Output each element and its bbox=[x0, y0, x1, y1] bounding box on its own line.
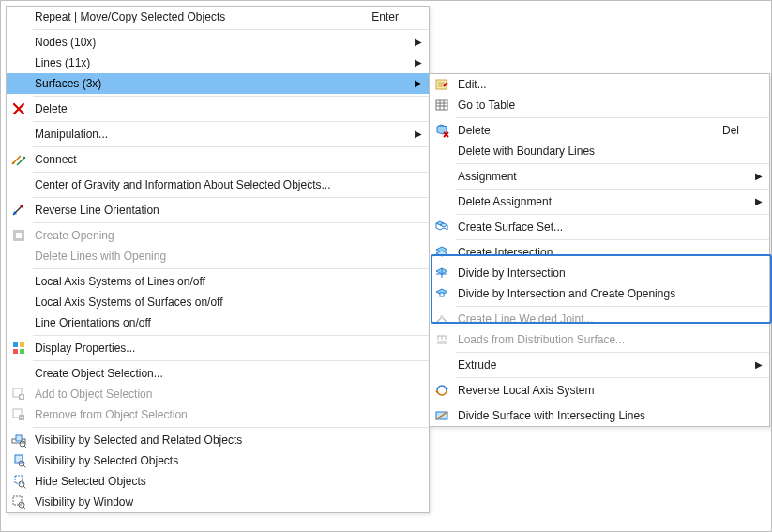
submenu-item-assignment[interactable]: Assignment ▶ bbox=[430, 166, 769, 187]
svg-rect-31 bbox=[436, 100, 447, 110]
separator bbox=[456, 117, 769, 118]
menu-label: Nodes (10x) bbox=[31, 36, 412, 49]
menu-item-repeat[interactable]: Repeat | Move/Copy Selected Objects Ente… bbox=[7, 7, 429, 27]
svg-point-3 bbox=[23, 157, 26, 160]
menu-item-cog-info[interactable]: Center of Gravity and Information About … bbox=[7, 175, 429, 195]
menu-item-display-properties[interactable]: Display Properties... ▶ bbox=[7, 338, 429, 358]
submenu-item-go-to-table[interactable]: Go to Table ▶ bbox=[430, 95, 769, 115]
submenu-arrow-icon: ▶ bbox=[752, 197, 765, 206]
delete-x-icon bbox=[7, 99, 31, 119]
submenu-item-divide-intersection[interactable]: Divide by Intersection ▶ bbox=[430, 263, 769, 283]
blank-icon bbox=[430, 191, 454, 212]
surface-set-icon bbox=[430, 217, 454, 237]
svg-rect-21 bbox=[15, 455, 23, 463]
submenu-item-divide-surface-lines[interactable]: Divide Surface with Intersecting Lines ▶ bbox=[430, 405, 769, 426]
divide-surface-lines-icon bbox=[430, 405, 454, 426]
submenu-item-create-surface-set[interactable]: Create Surface Set... ▶ bbox=[430, 217, 769, 237]
separator bbox=[33, 146, 429, 147]
separator bbox=[456, 239, 769, 240]
submenu-item-create-intersection[interactable]: Create Intersection ▶ bbox=[430, 242, 769, 263]
display-properties-icon bbox=[7, 338, 31, 358]
menu-label: Hide Selected Objects bbox=[31, 475, 412, 488]
menu-item-visibility-selected-related[interactable]: Visibility by Selected and Related Objec… bbox=[7, 430, 429, 450]
edit-icon bbox=[430, 74, 454, 95]
svg-rect-11 bbox=[13, 349, 18, 354]
menu-item-hide-selected[interactable]: Hide Selected Objects ▶ bbox=[7, 471, 429, 492]
menu-item-create-object-selection[interactable]: Create Object Selection... ▶ bbox=[7, 363, 429, 384]
menu-item-nodes[interactable]: Nodes (10x) ▶ bbox=[7, 32, 429, 53]
blank-icon bbox=[7, 53, 31, 73]
menu-label: Surfaces (3x) bbox=[31, 77, 412, 90]
blank-icon bbox=[7, 312, 31, 333]
visibility-window-icon bbox=[7, 492, 31, 512]
menu-item-create-opening: Create Opening ▶ bbox=[7, 225, 429, 246]
svg-rect-27 bbox=[13, 496, 22, 505]
create-opening-icon bbox=[7, 225, 31, 246]
separator bbox=[33, 222, 429, 223]
menu-label: Manipulation... bbox=[31, 128, 412, 141]
reverse-line-icon bbox=[7, 200, 31, 220]
menu-item-delete[interactable]: Delete ▶ bbox=[7, 99, 429, 119]
svg-point-2 bbox=[12, 162, 15, 165]
blank-icon bbox=[7, 363, 31, 384]
menu-item-connect[interactable]: Connect ▶ bbox=[7, 149, 429, 170]
separator bbox=[456, 189, 769, 190]
svg-rect-8 bbox=[16, 233, 22, 238]
menu-label: Reverse Local Axis System bbox=[454, 384, 752, 397]
menu-item-manipulation[interactable]: Manipulation... ▶ bbox=[7, 124, 429, 144]
remove-selection-icon bbox=[7, 404, 31, 425]
menu-item-surfaces[interactable]: Surfaces (3x) ▶ bbox=[7, 73, 429, 94]
submenu-item-delete-boundary[interactable]: Delete with Boundary Lines ▶ bbox=[430, 141, 769, 161]
menu-label: Create Intersection bbox=[454, 246, 752, 259]
svg-line-23 bbox=[23, 465, 26, 468]
menu-label: Extrude bbox=[454, 358, 752, 372]
menu-item-visibility-selected[interactable]: Visibility by Selected Objects ▶ bbox=[7, 450, 429, 471]
menu-label: Line Orientations on/off bbox=[31, 316, 412, 329]
submenu-arrow-icon: ▶ bbox=[752, 360, 765, 370]
submenu-item-divide-openings[interactable]: Divide by Intersection and Create Openin… bbox=[430, 283, 769, 304]
svg-line-20 bbox=[24, 446, 26, 448]
context-submenu-surfaces: Edit... ▶ Go to Table ▶ Delete Del ▶ Del… bbox=[429, 73, 770, 427]
menu-label: Create Surface Set... bbox=[454, 220, 752, 234]
separator bbox=[33, 335, 429, 336]
menu-label: Go to Table bbox=[454, 99, 752, 112]
menu-label: Delete Assignment bbox=[454, 195, 752, 208]
loads-distribution-icon bbox=[430, 329, 454, 350]
menu-item-delete-lines-opening: Delete Lines with Opening ▶ bbox=[7, 246, 429, 266]
svg-rect-24 bbox=[15, 476, 23, 483]
blank-icon bbox=[7, 271, 31, 292]
submenu-item-loads-distribution: Loads from Distribution Surface... ▶ bbox=[430, 329, 769, 350]
submenu-item-delete-assignment[interactable]: Delete Assignment ▶ bbox=[430, 191, 769, 212]
menu-label: Visibility by Window bbox=[31, 495, 412, 509]
svg-rect-36 bbox=[437, 341, 447, 344]
separator bbox=[33, 172, 429, 173]
separator bbox=[33, 197, 429, 198]
blank-icon bbox=[7, 73, 31, 94]
separator bbox=[456, 163, 769, 164]
menu-item-line-orientations[interactable]: Line Orientations on/off ▶ bbox=[7, 312, 429, 333]
separator bbox=[33, 29, 429, 30]
menu-item-local-axis-surfaces[interactable]: Local Axis Systems of Surfaces on/off ▶ bbox=[7, 292, 429, 312]
submenu-arrow-icon: ▶ bbox=[752, 172, 765, 181]
menu-shortcut: Del bbox=[722, 124, 752, 137]
menu-item-local-axis-lines[interactable]: Local Axis Systems of Lines on/off ▶ bbox=[7, 271, 429, 292]
menu-item-lines[interactable]: Lines (11x) ▶ bbox=[7, 53, 429, 73]
submenu-item-edit[interactable]: Edit... ▶ bbox=[430, 74, 769, 95]
submenu-arrow-icon: ▶ bbox=[412, 129, 425, 139]
table-icon bbox=[430, 95, 454, 115]
visibility-selected-icon bbox=[7, 450, 31, 471]
svg-rect-18 bbox=[16, 435, 22, 441]
blank-icon bbox=[430, 166, 454, 187]
submenu-item-delete[interactable]: Delete Del ▶ bbox=[430, 120, 769, 141]
menu-label: Remove from Object Selection bbox=[31, 408, 412, 421]
separator bbox=[33, 360, 429, 361]
visibility-related-icon bbox=[7, 430, 31, 450]
menu-item-reverse-line-orientation[interactable]: Reverse Line Orientation ▶ bbox=[7, 200, 429, 220]
menu-label: Visibility by Selected Objects bbox=[31, 454, 412, 467]
submenu-arrow-icon: ▶ bbox=[412, 58, 425, 68]
delete-surface-icon bbox=[430, 120, 454, 141]
divide-intersection-icon bbox=[430, 263, 454, 283]
menu-item-visibility-window[interactable]: Visibility by Window ▶ bbox=[7, 492, 429, 512]
submenu-item-reverse-local-axis[interactable]: Reverse Local Axis System ▶ bbox=[430, 380, 769, 401]
submenu-item-extrude[interactable]: Extrude ▶ bbox=[430, 355, 769, 375]
